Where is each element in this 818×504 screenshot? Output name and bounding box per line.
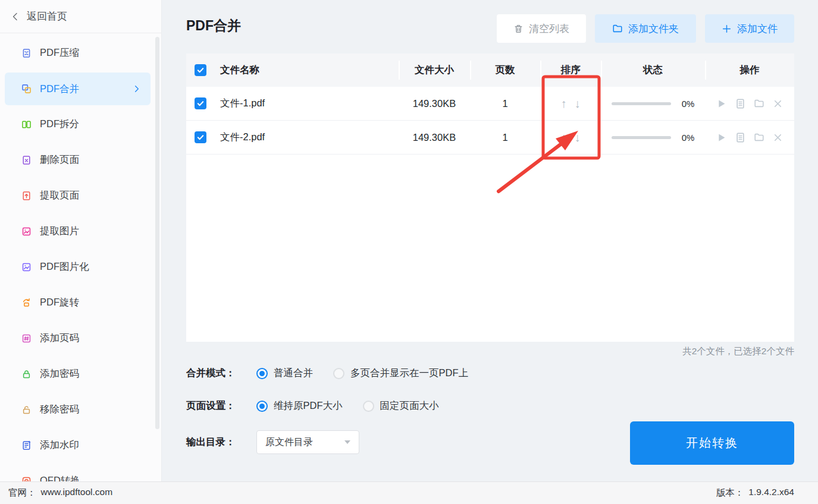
radio-option[interactable]: 固定页面大小 [363,399,439,412]
ofd-convert-icon [21,476,32,482]
back-home-label: 返回首页 [27,10,67,23]
move-down-button[interactable]: ↓ [575,97,581,109]
sidebar-item-add-watermark[interactable]: 添加水印 [0,427,161,463]
sidebar-item-add-page-number[interactable]: 添加页码 [0,320,161,356]
start-convert-button[interactable]: 开始转换 [630,421,794,465]
row-checkbox[interactable] [195,131,206,143]
pdf-rotate-icon [21,298,32,308]
output-dir-select[interactable]: 原文件目录 [256,430,359,454]
back-home-button[interactable]: 返回首页 [0,0,161,33]
progress-bar [612,136,671,139]
sidebar-item-extract-page[interactable]: 提取页面 [0,178,161,213]
radio-unselected-icon[interactable] [363,401,374,412]
output-dir-row: 输出目录： 原文件目录 [186,430,359,455]
table-row: 文件-2.pdf149.30KB1↑↓0% [186,121,794,155]
progress-bar [612,102,671,105]
page-setting-row: 页面设置： 维持原PDF大小固定页面大小 [186,395,439,417]
output-dir-label: 输出目录： [186,436,243,449]
delete-page-icon [21,155,32,165]
radio-selected-icon[interactable] [256,368,268,379]
radio-unselected-icon[interactable] [333,368,344,379]
add-files-button[interactable]: 添加文件 [705,14,794,43]
column-actions: 操作 [705,53,794,87]
file-info-icon[interactable] [735,132,746,143]
table-body: 文件-1.pdf149.30KB1↑↓0%文件-2.pdf149.30KB1↑↓… [186,87,794,155]
radio-option[interactable]: 维持原PDF大小 [256,399,343,412]
page-setting-label: 页面设置： [186,399,243,412]
sidebar-item-remove-password[interactable]: 移除密码 [0,392,161,427]
remove-file-icon[interactable] [772,98,783,109]
move-down-button[interactable]: ↓ [575,131,581,143]
radio-option-label: 维持原PDF大小 [274,399,343,412]
page-title: PDF合并 [186,17,241,35]
sidebar-item-label: 添加页码 [40,332,79,345]
radio-selected-icon[interactable] [256,401,268,412]
add-password-icon [21,369,32,379]
page-setting-group: 维持原PDF大小固定页面大小 [256,399,439,412]
sidebar-item-pdf-compress[interactable]: PDF压缩 [0,35,161,71]
chevron-right-icon [132,84,141,93]
sidebar-item-extract-image[interactable]: 提取图片 [0,213,161,249]
row-checkbox[interactable] [195,97,206,109]
sidebar-item-label: PDF拆分 [40,118,79,131]
sidebar-item-label: PDF图片化 [40,260,89,273]
radio-option[interactable]: 普通合并 [256,367,313,380]
move-up-button[interactable]: ↑ [561,131,567,143]
sidebar-item-pdf-merge[interactable]: PDF合并 [5,73,151,105]
version-value: 1.9.4.2.x64 [748,487,794,499]
radio-option-label: 多页合并显示在一页PDF上 [350,367,468,380]
column-sort: 排序 [540,53,601,87]
output-dir-value: 原文件目录 [265,436,313,449]
version-label: 版本： [716,487,744,499]
sidebar-item-ofd-convert[interactable]: OFD转换 [0,463,161,481]
sidebar-item-label: 提取图片 [40,225,79,238]
sidebar-item-label: PDF压缩 [40,46,79,59]
table-header: 文件名称 文件大小 页数 排序 状态 操作 [186,53,794,87]
file-pages: 1 [470,132,540,143]
sidebar-item-label: 添加密码 [40,367,79,380]
folder-icon [612,23,623,34]
sidebar-item-pdf-rotate[interactable]: PDF旋转 [0,285,161,320]
select-all-checkbox[interactable] [195,64,206,76]
sidebar-item-label: 添加水印 [40,439,79,452]
sidebar-menu: PDF压缩PDF合并PDF拆分删除页面提取页面提取图片PDF图片化PDF旋转添加… [0,33,161,481]
remove-password-icon [21,405,32,415]
column-pages: 页数 [470,53,540,87]
open-folder-icon[interactable] [754,98,764,109]
merge-mode-group: 普通合并多页合并显示在一页PDF上 [256,367,468,380]
pdf-merge-icon [21,84,32,94]
clear-list-button[interactable]: 清空列表 [497,14,586,43]
table-row: 文件-1.pdf149.30KB1↑↓0% [186,87,794,121]
sidebar-item-add-password[interactable]: 添加密码 [0,356,161,392]
radio-option-label: 普通合并 [274,367,313,380]
merge-mode-row: 合并模式： 普通合并多页合并显示在一页PDF上 [186,363,468,384]
sidebar-item-pdf-to-image[interactable]: PDF图片化 [0,249,161,285]
extract-page-icon [21,191,32,201]
open-folder-icon[interactable] [754,132,764,143]
site-url: www.ipdftool.com [41,487,113,499]
add-page-number-icon [21,333,32,344]
radio-option[interactable]: 多页合并显示在一页PDF上 [333,367,468,380]
add-folder-button[interactable]: 添加文件夹 [595,14,696,43]
file-name: 文件-2.pdf [220,131,265,144]
sidebar-item-delete-page[interactable]: 删除页面 [0,142,161,178]
file-size: 149.30KB [399,98,470,109]
add-watermark-icon [21,440,32,451]
sidebar-item-pdf-split[interactable]: PDF拆分 [0,106,161,142]
footer: 官网： www.ipdftool.com 版本： 1.9.4.2.x64 [0,481,818,504]
remove-file-icon[interactable] [772,132,783,143]
sidebar-scrollbar[interactable] [155,37,159,429]
file-info-icon[interactable] [735,98,746,109]
move-up-button[interactable]: ↑ [561,97,567,109]
play-icon[interactable] [716,132,727,143]
play-icon[interactable] [716,98,727,109]
file-pages: 1 [470,98,540,109]
column-file-name: 文件名称 [220,64,259,77]
file-name: 文件-1.pdf [220,97,265,110]
sidebar: 返回首页 PDF压缩PDF合并PDF拆分删除页面提取页面提取图片PDF图片化PD… [0,0,162,481]
sidebar-item-label: 移除密码 [40,403,79,416]
file-size: 149.30KB [399,132,470,143]
trash-icon [513,24,524,34]
extract-image-icon [21,226,32,237]
pdf-split-icon [21,119,32,130]
